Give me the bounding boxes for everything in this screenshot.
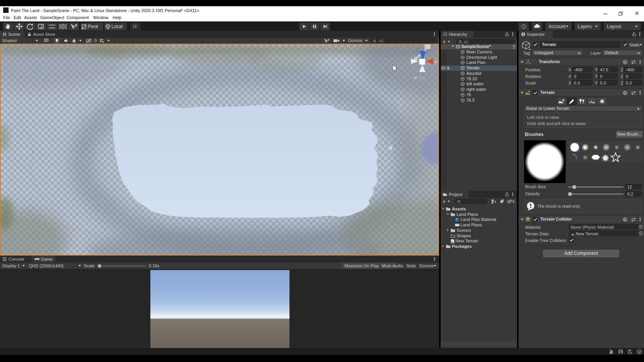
svg-text:?: ? <box>624 91 626 95</box>
svg-text:Z: Z <box>416 47 419 53</box>
svg-text:9: 9 <box>512 200 515 204</box>
svg-text:?: ? <box>624 218 626 222</box>
svg-text:?: ? <box>624 60 626 64</box>
svg-text:x: x <box>435 59 437 64</box>
svg-text:Top: Top <box>418 76 426 81</box>
